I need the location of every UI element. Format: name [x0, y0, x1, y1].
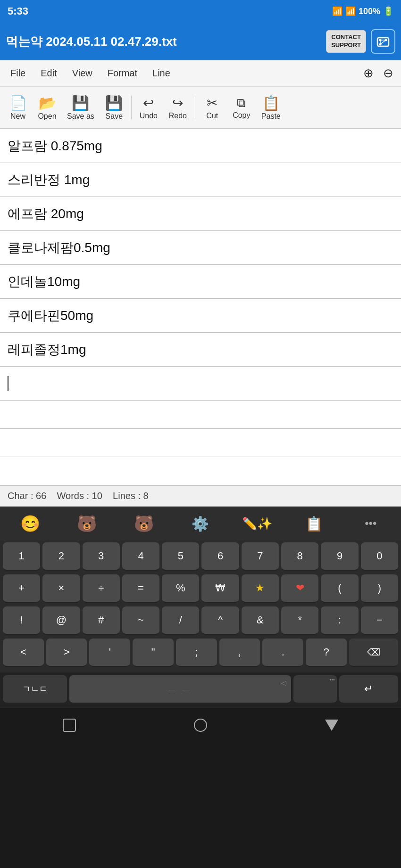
home-button[interactable]	[189, 713, 212, 737]
share-icon	[376, 34, 391, 49]
share-button[interactable]	[371, 29, 395, 54]
status-time: 5:33	[8, 5, 28, 17]
enter-button[interactable]: ↵	[339, 675, 398, 704]
paste-button[interactable]: 📋 Paste	[257, 93, 285, 123]
editor-area[interactable]: 알프람 0.875mg 스리반정 1mg 에프람 20mg 클로나제팜0.5mg…	[0, 129, 401, 486]
open-button[interactable]: 📂 Open	[33, 93, 61, 123]
key-period[interactable]: .	[262, 639, 303, 667]
battery-label: 100%	[359, 7, 380, 16]
undo-button[interactable]: ↩ Undo	[134, 93, 163, 122]
key-1[interactable]: 1	[3, 542, 40, 571]
text-cursor	[8, 376, 8, 391]
zoom-out-button[interactable]: ⊖	[379, 62, 397, 84]
save-button[interactable]: 💾 Save	[100, 93, 128, 123]
back-button[interactable]	[320, 713, 343, 737]
key-7[interactable]: 7	[242, 542, 279, 571]
editor-line-7: 레피졸정1mg	[0, 333, 401, 367]
menu-view[interactable]: View	[66, 64, 99, 82]
editor-text-6: 쿠에타핀50mg	[8, 307, 93, 325]
editor-line-1: 알프람 0.875mg	[0, 129, 401, 163]
key-comma[interactable]: ,	[219, 639, 260, 667]
menu-file[interactable]: File	[4, 64, 32, 82]
menu-edit[interactable]: Edit	[34, 64, 63, 82]
editor-text-2: 스리반정 1mg	[8, 171, 90, 189]
key-3[interactable]: 3	[83, 542, 120, 571]
key-won[interactable]: ₩	[201, 574, 239, 603]
zoom-in-button[interactable]: ⊕	[359, 62, 377, 84]
cut-icon: ✂	[207, 95, 217, 111]
battery-icon: 🔋	[383, 6, 393, 16]
hangul-button[interactable]: ㄱㄴㄷ	[3, 675, 67, 704]
contact-support-button[interactable]: CONTACTSUPPORT	[326, 30, 366, 53]
emoji-smiley-button[interactable]: 😊	[4, 511, 57, 536]
emoji-polar-bear-button[interactable]: 🐻	[117, 511, 170, 536]
key-4[interactable]: 4	[122, 542, 159, 571]
paste-label: Paste	[261, 112, 281, 121]
key-semicolon[interactable]: ;	[176, 639, 217, 667]
editor-line-6: 쿠에타핀50mg	[0, 299, 401, 333]
backspace-button[interactable]: ⌫	[349, 639, 398, 667]
key-at[interactable]: @	[42, 606, 80, 635]
key-lparen[interactable]: (	[321, 574, 358, 603]
redo-label: Redo	[169, 112, 187, 120]
key-slash[interactable]: /	[162, 606, 199, 635]
key-star[interactable]: ★	[242, 574, 279, 603]
key-lt[interactable]: <	[3, 639, 44, 667]
circle-icon	[194, 719, 207, 732]
emoji-bear-button[interactable]: 🐻	[60, 511, 113, 536]
key-percent[interactable]: %	[162, 574, 199, 603]
cut-button[interactable]: ✂ Cut	[198, 93, 226, 122]
key-gt[interactable]: >	[46, 639, 87, 667]
settings-button[interactable]: ⚙️	[174, 511, 227, 536]
period-button[interactable]: •••	[293, 675, 337, 704]
space-bar[interactable]: ◁ ― ―	[69, 675, 291, 704]
recent-apps-button[interactable]	[58, 713, 81, 737]
redo-button[interactable]: ↪ Redo	[164, 93, 192, 122]
save-as-label: Save as	[67, 112, 94, 121]
key-6[interactable]: 6	[201, 542, 239, 571]
new-button[interactable]: 📄 New	[4, 93, 32, 123]
keyboard-toolbar: 😊 🐻 🐻 ⚙️ ✏️✨ 📋 •••	[0, 507, 401, 540]
key-hash[interactable]: #	[83, 606, 120, 635]
save-as-icon: 💾	[72, 95, 89, 111]
key-rparen[interactable]: )	[361, 574, 398, 603]
key-single-quote[interactable]: '	[89, 639, 130, 667]
key-equals[interactable]: =	[122, 574, 159, 603]
key-asterisk[interactable]: *	[281, 606, 318, 635]
menu-line[interactable]: Line	[146, 64, 177, 82]
editor-text-7: 레피졸정1mg	[8, 341, 86, 359]
key-exclaim[interactable]: !	[3, 606, 40, 635]
more-options-button[interactable]: •••	[344, 511, 397, 536]
key-divide[interactable]: ÷	[83, 574, 120, 603]
key-5[interactable]: 5	[162, 542, 199, 571]
signal-icon: 📶	[345, 6, 356, 16]
clipboard-button[interactable]: 📋	[287, 511, 340, 536]
save-as-button[interactable]: 💾 Save as	[62, 93, 99, 123]
key-question[interactable]: ?	[306, 639, 347, 667]
menu-format[interactable]: Format	[101, 64, 144, 82]
key-times[interactable]: ×	[42, 574, 80, 603]
key-caret[interactable]: ^	[201, 606, 239, 635]
menu-bar: File Edit View Format Line ⊕ ⊖	[0, 60, 401, 87]
key-2[interactable]: 2	[42, 542, 80, 571]
key-8[interactable]: 8	[281, 542, 318, 571]
editor-text-1: 알프람 0.875mg	[8, 137, 102, 155]
number-row: 1 2 3 4 5 6 7 8 9 0	[0, 540, 401, 573]
redo-icon: ↪	[172, 95, 183, 111]
bear-emoji: 🐻	[77, 514, 97, 533]
gear-icon: ⚙️	[192, 516, 209, 532]
copy-button[interactable]: ⧉ Copy	[227, 94, 256, 122]
key-minus[interactable]: −	[361, 606, 398, 635]
key-0[interactable]: 0	[361, 542, 398, 571]
key-colon[interactable]: :	[321, 606, 358, 635]
key-double-quote[interactable]: "	[133, 639, 174, 667]
key-plus[interactable]: +	[3, 574, 40, 603]
ai-tools-button[interactable]: ✏️✨	[231, 511, 284, 536]
editor-empty-line-3	[0, 457, 401, 485]
symbol-row-3: < > ' " ; , . ? ⌫	[0, 637, 401, 669]
key-ampersand[interactable]: &	[242, 606, 279, 635]
key-tilde[interactable]: ~	[122, 606, 159, 635]
key-9[interactable]: 9	[321, 542, 358, 571]
keyboard-spacer	[0, 669, 401, 672]
key-heart[interactable]: ❤	[281, 574, 318, 603]
